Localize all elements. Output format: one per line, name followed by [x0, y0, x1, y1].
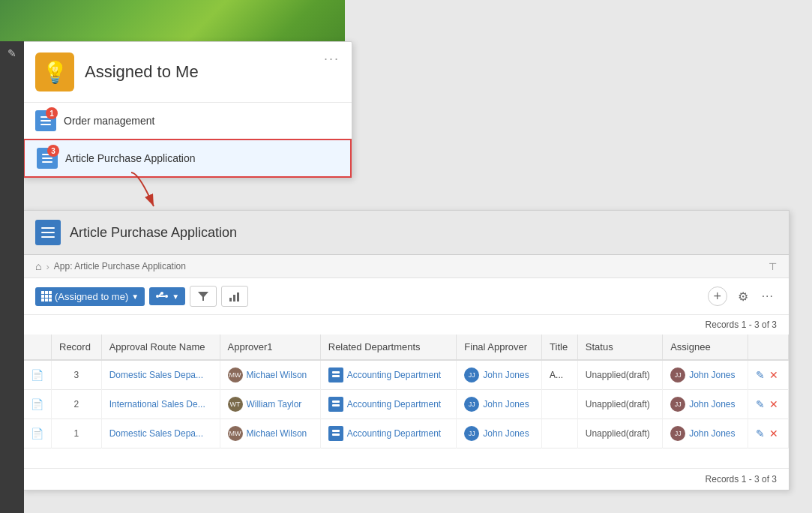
row2-delete-btn[interactable]: ✕ — [769, 398, 778, 410]
row1-assignee-avatar: JJ — [670, 368, 685, 382]
row1-status: Unapplied(draft) — [577, 360, 662, 390]
filter-btn[interactable] — [190, 286, 217, 307]
row3-dept-link[interactable]: Accounting Department — [347, 428, 441, 439]
col-actions — [748, 334, 788, 360]
row2-edit-btn[interactable]: ✎ — [756, 398, 765, 410]
row1-final-approver: JJ John Jones — [457, 360, 542, 390]
table-row: 📄 1 Domestic Sales Depa... MW Michael Wi… — [23, 419, 789, 448]
row2-final-link[interactable]: John Jones — [483, 399, 529, 410]
chart-btn[interactable] — [221, 286, 248, 307]
row1-approval-route: Domestic Sales Depa... — [101, 360, 220, 390]
row3-approval-link[interactable]: Domestic Sales Depa... — [109, 428, 203, 439]
row1-id: 3 — [52, 360, 102, 390]
col-approver1: Approver1 — [220, 334, 320, 360]
svg-rect-4 — [42, 158, 52, 159]
popup-header: 💡 Assigned to Me — [23, 42, 352, 103]
row3-assignee-link[interactable]: John Jones — [689, 428, 735, 439]
svg-point-16 — [156, 295, 159, 298]
svg-rect-8 — [45, 291, 48, 294]
grid-icon — [41, 291, 52, 302]
row2-dept-link[interactable]: Accounting Department — [347, 399, 441, 410]
col-final-approver: Final Approver — [457, 334, 542, 360]
toolbar: (Assigned to me) ▼ ▼ — [23, 278, 789, 315]
row3-final-link[interactable]: John Jones — [483, 428, 529, 439]
row1-approver1: MW Michael Wilson — [220, 360, 320, 390]
menu-item-order-management[interactable]: 1 Order management — [23, 103, 352, 139]
popup-icon: 💡 — [35, 52, 74, 92]
view-select-btn[interactable]: (Assigned to me) ▼ — [35, 287, 145, 306]
row3-doc-icon: 📄 — [23, 419, 52, 448]
row3-approver1: MW Michael Wilson — [220, 419, 320, 448]
pin-icon[interactable]: ⊤ — [769, 261, 777, 272]
popup-dots[interactable]: ··· — [324, 51, 340, 67]
row3-final-approver: JJ John Jones — [457, 419, 542, 448]
table-row: 📄 3 Domestic Sales Depa... MW Michael Wi… — [23, 360, 789, 390]
svg-rect-24 — [237, 292, 239, 302]
breadcrumb-text: App: Article Purchase Application — [54, 261, 186, 272]
row3-actions: ✎ ✕ — [748, 419, 788, 448]
svg-rect-9 — [49, 291, 52, 294]
row2-approval-link[interactable]: International Sales De... — [109, 399, 205, 410]
svg-rect-13 — [41, 298, 44, 302]
records-table: Record Approval Route Name Approver1 Rel… — [23, 334, 789, 448]
row3-approval-route: Domestic Sales Depa... — [101, 419, 220, 448]
svg-rect-10 — [41, 295, 44, 298]
row1-edit-btn[interactable]: ✎ — [756, 369, 765, 381]
row3-delete-btn[interactable]: ✕ — [769, 428, 778, 440]
row2-dept-icon — [328, 397, 343, 412]
edit-icon[interactable]: ✎ — [7, 47, 16, 59]
more-btn[interactable]: ··· — [759, 286, 777, 306]
flow-arrow: ▼ — [172, 292, 179, 301]
row3-final-avatar: JJ — [464, 426, 479, 441]
row3-edit-btn[interactable]: ✎ — [756, 428, 765, 440]
row1-actions: ✎ ✕ — [748, 360, 788, 390]
home-icon[interactable]: ⌂ — [35, 260, 41, 272]
row3-assignee: JJ John Jones — [663, 419, 748, 448]
row2-approver1: WT William Taylor — [220, 390, 320, 419]
row1-title: A... — [542, 360, 578, 390]
row1-approver-link[interactable]: Michael Wilson — [247, 370, 307, 380]
view-select-label: (Assigned to me) — [55, 291, 128, 302]
settings-btn[interactable]: ⚙ — [735, 286, 751, 307]
svg-rect-15 — [49, 298, 52, 302]
flow-btn[interactable]: ▼ — [149, 287, 185, 305]
row2-id: 2 — [52, 390, 102, 419]
svg-rect-14 — [45, 298, 48, 302]
order-badge: 1 — [46, 107, 58, 119]
row1-doc-icon: 📄 — [23, 360, 52, 390]
svg-rect-12 — [49, 295, 52, 298]
arrow-indicator — [124, 165, 184, 225]
row3-assignee-avatar: JJ — [670, 426, 685, 441]
row1-approval-link[interactable]: Domestic Sales Depa... — [109, 370, 203, 380]
table-header-row: Record Approval Route Name Approver1 Rel… — [23, 334, 789, 360]
flow-icon — [155, 291, 169, 302]
add-btn[interactable]: + — [708, 286, 727, 306]
row3-status: Unapplied(draft) — [577, 419, 662, 448]
row2-approver-link[interactable]: William Taylor — [247, 399, 302, 410]
row1-delete-btn[interactable]: ✕ — [769, 369, 778, 381]
row1-final-avatar: JJ — [464, 368, 479, 382]
svg-rect-5 — [42, 161, 52, 163]
row1-assignee-link[interactable]: John Jones — [689, 370, 735, 380]
row2-status: Unapplied(draft) — [577, 390, 662, 419]
svg-rect-25 — [332, 371, 340, 374]
row2-assignee-link[interactable]: John Jones — [689, 399, 735, 410]
svg-rect-28 — [332, 404, 340, 406]
row3-title — [542, 419, 578, 448]
svg-rect-26 — [332, 375, 340, 377]
row3-dept: Accounting Department — [320, 419, 457, 448]
records-count-top: Records 1 - 3 of 3 — [23, 315, 789, 334]
left-sidebar: ✎ — [0, 41, 24, 513]
row1-final-link[interactable]: John Jones — [483, 370, 529, 380]
row2-doc-icon: 📄 — [23, 390, 52, 419]
menu-item-article-purchase[interactable]: 3 Article Purchase Application — [23, 139, 352, 178]
row3-approver-link[interactable]: Michael Wilson — [247, 428, 307, 439]
svg-rect-29 — [332, 430, 340, 432]
row2-approver-avatar: WT — [228, 397, 243, 412]
chart-icon — [229, 290, 241, 302]
row1-assignee: JJ John Jones — [663, 360, 748, 390]
row2-assignee: JJ John Jones — [663, 390, 748, 419]
svg-rect-22 — [229, 298, 232, 302]
row1-dept-link[interactable]: Accounting Department — [347, 370, 441, 380]
hamburger-icon[interactable] — [35, 220, 61, 245]
